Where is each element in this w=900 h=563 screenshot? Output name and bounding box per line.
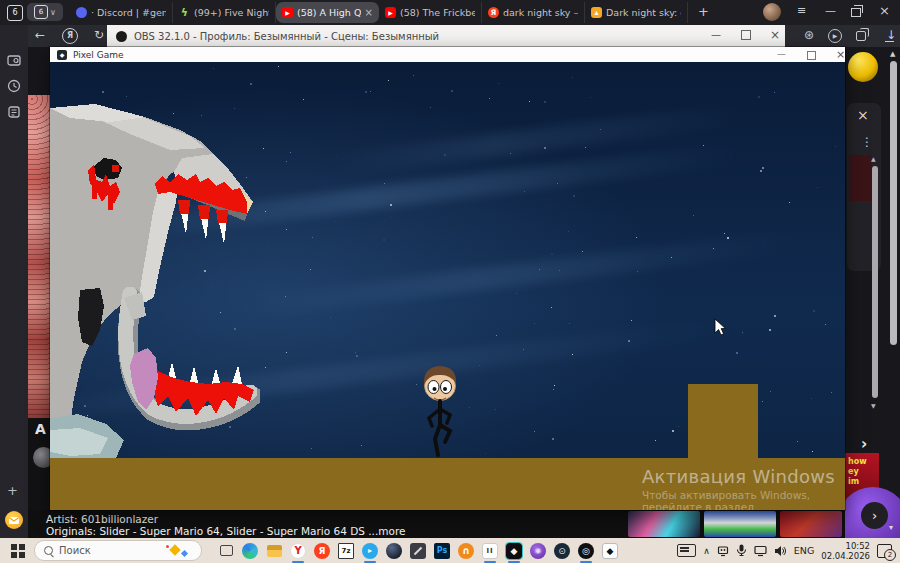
video-thumbnail[interactable] <box>628 511 700 537</box>
video-thumbnail[interactable] <box>704 511 776 537</box>
picture-favicon: ▴ <box>591 7 602 18</box>
video-title-partial: A <box>35 421 46 437</box>
profile-avatar[interactable] <box>763 3 781 21</box>
headphones-icon: ∩ <box>458 543 474 559</box>
headphones-taskbar-icon[interactable]: ∩ <box>454 538 478 563</box>
star <box>568 231 569 232</box>
browser-tab[interactable]: ▶(58) The Frickbear Fo <box>379 2 482 23</box>
back-icon[interactable]: ← <box>35 28 45 42</box>
yandex-browser-icon: Y <box>290 543 306 559</box>
steam-taskbar-icon[interactable]: ⊙ <box>550 538 574 563</box>
speaker-icon[interactable] <box>774 545 787 557</box>
panel-thumbnail[interactable] <box>849 155 872 201</box>
browser-tab[interactable]: ▴Dark night sky: смотр <box>585 2 688 23</box>
purple-app-taskbar-icon[interactable]: ◉ <box>526 538 550 563</box>
microphone-icon[interactable] <box>736 544 747 557</box>
downloads-icon[interactable]: ↓ <box>886 28 896 42</box>
obs-tray-icon[interactable] <box>717 545 729 557</box>
7zip-taskbar-icon[interactable]: 7z <box>334 538 358 563</box>
collections-icon[interactable] <box>856 31 866 41</box>
game-maximize-button[interactable] <box>807 51 816 60</box>
tab-close-icon[interactable]: × <box>365 7 373 18</box>
star <box>590 97 591 98</box>
extensions-icon[interactable]: ⊛ <box>804 28 814 42</box>
articles-icon[interactable] <box>7 105 21 119</box>
pause-app-taskbar-icon[interactable]: II <box>478 538 502 563</box>
panel-menu-icon[interactable]: ⋮ <box>861 135 873 149</box>
originals-line[interactable]: Originals: Slider - Super Mario 64, Slid… <box>46 525 405 537</box>
notification-center-icon[interactable]: 2 <box>877 544 892 558</box>
browser-tab[interactable]: ϟ(99+) Five Nights at W <box>173 2 276 23</box>
game-minimize-button[interactable]: — <box>777 49 786 59</box>
tab-group-button[interactable]: 6 ∨ <box>27 3 63 21</box>
photoshop-icon: Ps <box>434 543 450 559</box>
start-button[interactable] <box>11 544 25 558</box>
obs-maximize-button[interactable] <box>741 30 751 40</box>
yandex-browser-taskbar-icon[interactable]: Y <box>286 538 310 563</box>
edge-taskbar-icon[interactable] <box>238 538 262 563</box>
yandex-home-icon[interactable]: Я <box>62 28 78 44</box>
obs-taskbar-icon[interactable]: ◎ <box>574 538 598 563</box>
sidebar-add-icon[interactable]: + <box>7 483 18 498</box>
next-video-button[interactable]: › <box>861 502 888 529</box>
hidden-icons-chevron[interactable]: ∧ <box>703 546 710 556</box>
dark-sphere-taskbar-icon[interactable] <box>382 538 406 563</box>
screenshot-icon[interactable] <box>7 53 21 67</box>
new-tab-button[interactable]: + <box>698 4 709 19</box>
photoshop-taskbar-icon[interactable]: Ps <box>430 538 454 563</box>
clock[interactable]: 10:52 02.04.2026 <box>821 541 870 561</box>
outer-scrollbar-thumb[interactable] <box>890 61 897 345</box>
explorer-taskbar-icon[interactable] <box>262 538 286 563</box>
game-close-button[interactable]: × <box>836 48 845 61</box>
star <box>631 320 632 321</box>
chevron-right-icon[interactable]: › <box>861 435 867 453</box>
gamemaker-taskbar-icon[interactable]: ◆ <box>502 538 526 563</box>
yandex-favicon: Я <box>488 7 499 18</box>
window-close-button[interactable]: × <box>879 3 890 18</box>
taskbar-search-input[interactable]: Поиск <box>34 540 202 561</box>
telegram-taskbar-icon[interactable]: ▸ <box>358 538 382 563</box>
task-view-taskbar-icon[interactable] <box>214 538 238 563</box>
reload-icon[interactable]: ↻ <box>94 28 104 42</box>
window-restore-button[interactable] <box>851 8 861 17</box>
star <box>636 237 637 238</box>
star <box>671 257 672 258</box>
browser-menu-icon[interactable]: ≡ <box>797 4 806 17</box>
network-display-icon[interactable] <box>754 545 767 557</box>
obs-window-titlebar[interactable]: OBS 32.1.0 - Профиль: Безымянный - Сцены… <box>107 25 785 47</box>
graphics-editor-taskbar-icon[interactable] <box>406 538 430 563</box>
obs-close-button[interactable]: × <box>770 28 780 42</box>
history-clock-icon[interactable] <box>7 79 21 93</box>
browser-tab-bar: 6 6 ∨ · Discord | #general |ϟ(99+) Five … <box>0 0 900 25</box>
scrollbar-down-icon[interactable]: ▼ <box>871 402 876 409</box>
scrollbar-up-icon[interactable]: ▲ <box>890 50 895 58</box>
window-minimize-button[interactable]: — <box>825 4 836 17</box>
tab-title: Dark night sky: смотр <box>606 7 681 18</box>
player-character-sprite <box>415 362 465 457</box>
game-titlebar[interactable]: ◆ Pixel Game — × <box>50 47 845 62</box>
browser-tab[interactable]: · Discord | #general | <box>70 2 173 23</box>
yandex-mail-icon[interactable] <box>5 511 23 529</box>
language-indicator[interactable]: ENG <box>794 545 814 556</box>
watermark-title: Активация Windows <box>642 466 845 487</box>
media-play-icon[interactable]: ▶ <box>828 29 842 43</box>
browser-tab[interactable]: Яdark night sky — Янд <box>482 2 585 23</box>
star <box>265 367 266 368</box>
game-window-title: Pixel Game <box>73 50 123 60</box>
browser-tab[interactable]: ▶(58) A High Quality× <box>276 2 379 23</box>
star <box>356 355 358 357</box>
inner-scrollbar-thumb[interactable] <box>872 166 878 398</box>
yandex-taskbar-icon[interactable]: Я <box>310 538 334 563</box>
obs-minimize-button[interactable]: — <box>711 29 721 40</box>
gamemaker-window-taskbar-icon[interactable]: ◆ <box>598 538 622 563</box>
star <box>479 365 480 366</box>
star <box>286 161 287 162</box>
star <box>813 310 815 312</box>
panel-close-icon[interactable]: × <box>857 107 869 123</box>
game-canvas[interactable]: Активация Windows Чтобы активировать Win… <box>50 62 845 510</box>
key-overlay-tray-icon[interactable] <box>677 544 696 557</box>
star <box>736 352 738 354</box>
video-thumbnail[interactable] <box>780 511 842 537</box>
star <box>286 229 287 230</box>
scrollbar-up-icon[interactable]: ▲ <box>871 155 876 162</box>
